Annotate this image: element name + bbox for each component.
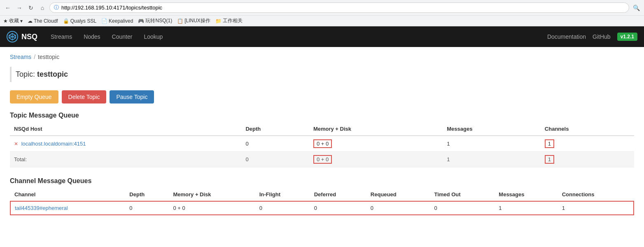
bookmark-qualys[interactable]: 🔒 Qualys SSL [63, 18, 96, 24]
topic-name: testtopic [37, 70, 68, 78]
col-memory-disk: Memory + Disk [309, 122, 443, 136]
channels-cell: 1 [541, 136, 634, 152]
total-depth: 0 [241, 152, 309, 167]
bookmark-favorites[interactable]: ★ 收藏 ▾ [3, 17, 23, 24]
depth-cell: 0 [241, 136, 309, 152]
action-buttons: Empty Queue Delete Topic Pause Topic [10, 90, 634, 104]
breadcrumb-separator: / [34, 54, 35, 60]
bookmark-keepalived[interactable]: 📄 Keepalived [101, 18, 133, 24]
total-channels: 1 [541, 152, 634, 167]
nsq-logo-icon [7, 31, 18, 42]
lock-icon: 🔒 [63, 18, 69, 24]
nav-right: Documentation GitHub v1.2.1 [547, 33, 637, 41]
memory-disk-value: 0 + 0 [313, 139, 332, 148]
forward-button[interactable]: → [15, 3, 24, 12]
empty-queue-button[interactable]: Empty Queue [10, 90, 58, 104]
address-bar: ⓘ [49, 2, 629, 13]
channel-in-flight-cell: 0 [255, 201, 310, 215]
bookmark-nsq[interactable]: 🎮 玩转NSQ(1) [138, 17, 172, 24]
nsq-logo[interactable]: NSQ [7, 31, 37, 42]
channel-messages-cell: 1 [495, 201, 558, 215]
channel-requeued-cell: 0 [366, 201, 430, 215]
total-row: Total: 0 0 + 0 1 1 [10, 152, 634, 167]
col-channel: Channel [10, 188, 125, 201]
memory-disk-cell: 0 + 0 [309, 136, 443, 152]
bookmark-cloudf[interactable]: ☁ The Cloudf [28, 18, 58, 24]
col-ch-memory-disk: Memory + Disk [169, 188, 255, 201]
col-timed-out: Timed Out [430, 188, 495, 201]
main-content: Streams / testtopic Topic: testtopic Emp… [0, 47, 644, 232]
breadcrumb-streams[interactable]: Streams [10, 54, 31, 60]
topic-label: Topic: [16, 70, 35, 78]
star-icon: ★ [3, 18, 8, 24]
security-icon: ⓘ [54, 4, 59, 11]
nsq-brand-text: NSQ [21, 33, 37, 41]
col-ch-messages: Messages [495, 188, 558, 201]
total-label: Total: [10, 152, 241, 167]
host-link[interactable]: localhost.localdomain:4151 [21, 141, 86, 147]
cloud-icon: ☁ [28, 18, 33, 24]
channel-depth-cell: 0 [125, 201, 169, 215]
col-channels: Channels [541, 122, 634, 136]
topic-queue-title: Topic Message Queue [10, 112, 634, 119]
bookmarks-bar: ★ 收藏 ▾ ☁ The Cloudf 🔒 Qualys SSL 📄 Keepa… [0, 15, 644, 26]
messages-cell: 1 [443, 136, 541, 152]
nav-nodes[interactable]: Nodes [79, 31, 105, 42]
doc-icon: 📄 [101, 18, 107, 24]
nav-lookup[interactable]: Lookup [139, 31, 168, 42]
nav-counter[interactable]: Counter [107, 31, 138, 42]
browser-chrome: ← → ↻ ⌂ ⓘ 🔍 ★ 收藏 ▾ ☁ The Cloudf 🔒 Qualys… [0, 0, 644, 26]
reload-button[interactable]: ↻ [26, 3, 35, 12]
col-requeued: Requeued [366, 188, 430, 201]
channel-timed-out-cell: 0 [430, 201, 495, 215]
version-badge: v1.2.1 [617, 33, 637, 41]
home-button[interactable]: ⌂ [38, 3, 47, 12]
channel-name-cell: tail445339#ephemeral [10, 201, 125, 215]
nav-streams[interactable]: Streams [46, 31, 77, 42]
bookmark-work[interactable]: 📁 工作相关 [215, 17, 243, 24]
clipboard-icon: 📋 [177, 18, 183, 24]
col-in-flight: In-Flight [255, 188, 310, 201]
channel-deferred-cell: 0 [310, 201, 366, 215]
col-nsqd-host: NSQd Host [10, 122, 241, 136]
channel-queue-title: Channel Message Queues [10, 177, 634, 185]
col-messages: Messages [443, 122, 541, 136]
topic-table-header: NSQd Host Depth Memory + Disk Messages C… [10, 122, 634, 136]
col-connections: Connections [558, 188, 634, 201]
game-icon: 🎮 [138, 18, 144, 24]
channel-memory-disk-cell: 0 + 0 [169, 201, 255, 215]
total-channels-value: 1 [545, 155, 554, 164]
search-button[interactable]: 🔍 [632, 3, 641, 12]
table-row: ✕ localhost.localdomain:4151 0 0 + 0 1 1 [10, 136, 634, 152]
channel-queue-table: Channel Depth Memory + Disk In-Flight De… [10, 188, 634, 215]
channel-connections-cell: 1 [558, 201, 634, 215]
breadcrumb: Streams / testtopic [10, 54, 634, 60]
remove-icon[interactable]: ✕ [14, 141, 18, 147]
breadcrumb-current: testtopic [38, 54, 59, 60]
col-deferred: Deferred [310, 188, 366, 201]
channel-link[interactable]: tail445339#ephemeral [15, 205, 68, 211]
bookmark-linux[interactable]: 📋 [LINUX操作 [177, 17, 210, 24]
pause-topic-button[interactable]: Pause Topic [110, 90, 154, 104]
url-input[interactable] [61, 5, 625, 11]
topic-title-section: Topic: testtopic [10, 67, 634, 82]
channel-table-header: Channel Depth Memory + Disk In-Flight De… [10, 188, 634, 201]
folder-icon: 📁 [215, 18, 222, 24]
nav-links: Streams Nodes Counter Lookup [46, 31, 168, 42]
total-memory-disk: 0 + 0 [309, 152, 443, 167]
topic-queue-table: NSQd Host Depth Memory + Disk Messages C… [10, 122, 634, 167]
back-button[interactable]: ← [3, 3, 12, 12]
documentation-link[interactable]: Documentation [547, 33, 586, 40]
github-link[interactable]: GitHub [593, 33, 611, 40]
channel-row: tail445339#ephemeral 0 0 + 0 0 0 0 0 1 1 [10, 201, 634, 215]
col-depth: Depth [241, 122, 309, 136]
col-ch-depth: Depth [125, 188, 169, 201]
total-messages: 1 [443, 152, 541, 167]
host-cell: ✕ localhost.localdomain:4151 [10, 136, 241, 152]
browser-toolbar: ← → ↻ ⌂ ⓘ 🔍 [0, 0, 644, 15]
total-memory-disk-value: 0 + 0 [313, 155, 332, 164]
delete-topic-button[interactable]: Delete Topic [62, 90, 107, 104]
channels-value: 1 [545, 139, 554, 148]
main-nav: NSQ Streams Nodes Counter Lookup Documen… [0, 26, 644, 47]
